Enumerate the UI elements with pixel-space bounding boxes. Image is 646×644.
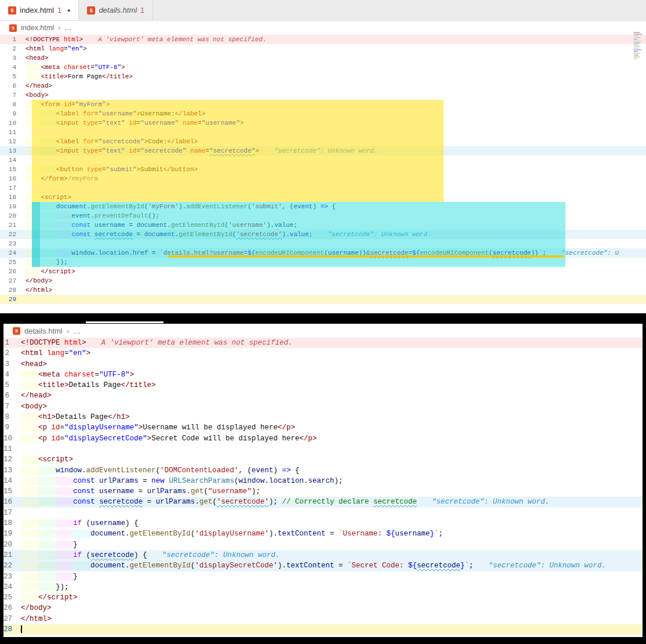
line-number: 11 xyxy=(3,444,21,454)
code-line-15[interactable]: 15 <button type="submit">Submit</button> xyxy=(0,165,646,174)
code-line-9[interactable]: 9 <label for="username">Username:</label… xyxy=(0,109,646,118)
minimap-line xyxy=(634,37,641,38)
code-line-11[interactable]: 11 xyxy=(0,128,646,137)
breadcrumb-file[interactable]: index.html xyxy=(21,24,54,32)
code-line-3[interactable]: 3<head> xyxy=(3,359,643,370)
code-line-28[interactable]: 28 xyxy=(3,624,643,635)
breadcrumb-more[interactable]: … xyxy=(73,327,81,335)
code-line-6[interactable]: 6</head> xyxy=(0,81,646,91)
line-number: 19 xyxy=(0,202,26,211)
code-line-14[interactable]: 14 const urlParams = new URLSearchParams… xyxy=(3,476,643,486)
minimap-line xyxy=(634,48,639,49)
line-number: 8 xyxy=(0,100,26,109)
code-line-25[interactable]: 25 </script> xyxy=(3,592,643,603)
code-line-14[interactable]: 14 xyxy=(0,155,646,165)
code-line-7[interactable]: 7<body> xyxy=(3,401,643,412)
html-file-icon: 5 xyxy=(8,6,16,15)
code-line-2[interactable]: 2<html lang="en"> xyxy=(3,348,643,359)
breadcrumb-top: 5 index.html › … xyxy=(0,21,646,35)
code-line-21[interactable]: 21 if (secretcode) {"secretcode": Unknow… xyxy=(3,550,643,560)
line-number: 27 xyxy=(3,614,21,624)
line-number: 23 xyxy=(3,571,21,582)
line-number: 11 xyxy=(0,128,26,137)
code-line-4[interactable]: 4 <meta charset="UTF-8"> xyxy=(0,63,646,72)
code-line-18[interactable]: 18 <script> xyxy=(0,193,646,202)
line-number: 5 xyxy=(0,72,26,81)
code-editor-details[interactable]: 1<!DOCTYPE html>A 'viewport' meta elemen… xyxy=(3,338,643,635)
code-line-21[interactable]: 21 const username = document.getElementB… xyxy=(0,220,646,230)
minimap-line xyxy=(634,35,638,37)
code-line-1[interactable]: 1<!DOCTYPE html>A 'viewport' meta elemen… xyxy=(3,338,643,348)
code-line-28[interactable]: 28</html> xyxy=(0,285,646,295)
code-line-8[interactable]: 8 <form id="myForm"> xyxy=(0,100,646,109)
code-line-23[interactable]: 23 xyxy=(0,239,646,248)
minimap-line xyxy=(634,51,638,52)
code-line-24[interactable]: 24 }); xyxy=(3,582,643,592)
tab-badge: 1 xyxy=(57,6,61,15)
tab-details-html[interactable]: 5 details.html 1 xyxy=(79,0,153,20)
code-line-19[interactable]: 19 document.getElementById('myForm').add… xyxy=(0,202,646,211)
line-number: 14 xyxy=(3,476,21,486)
editor-group-top: 5 index.html 1 ● 5 details.html 1 5 inde… xyxy=(0,0,646,313)
line-number: 16 xyxy=(3,497,21,507)
breadcrumb-file[interactable]: details.html xyxy=(24,327,63,335)
code-line-15[interactable]: 15 const username = urlParams.get("usern… xyxy=(3,486,643,497)
code-line-22[interactable]: 22 document.getElementById('displaySecre… xyxy=(3,560,643,571)
tab-index-html[interactable]: 5 index.html 1 ● xyxy=(0,0,79,20)
line-number: 25 xyxy=(3,592,21,603)
code-line-19[interactable]: 19 document.getElementById('displayUsern… xyxy=(3,529,643,539)
code-line-7[interactable]: 7<body> xyxy=(0,91,646,100)
code-line-9[interactable]: 9 <p id="displayUsername">Username will … xyxy=(3,422,643,433)
code-line-12[interactable]: 12 <script> xyxy=(3,454,643,465)
code-line-17[interactable]: 17 xyxy=(3,508,643,518)
code-line-24[interactable]: 24 window.location.href = `details.html?… xyxy=(0,248,646,258)
code-line-16[interactable]: 16 const secretcode = urlParams.get('sec… xyxy=(3,497,643,507)
code-line-13[interactable]: 13 <input type="text" id="secretcode" na… xyxy=(0,146,646,155)
cursor-caret xyxy=(21,625,22,633)
line-number: 15 xyxy=(3,486,21,497)
line-number: 28 xyxy=(0,285,26,295)
code-line-10[interactable]: 10 <p id="displaySecretCode">Secret Code… xyxy=(3,433,643,444)
line-number: 16 xyxy=(0,174,26,183)
code-line-8[interactable]: 8 <h1>Details Page</h1> xyxy=(3,412,643,422)
code-line-23[interactable]: 23 } xyxy=(3,571,643,582)
minimap-line xyxy=(634,34,642,35)
code-line-12[interactable]: 12 <label for="secretcode">Code:</label> xyxy=(0,137,646,146)
code-line-27[interactable]: 27</body> xyxy=(0,276,646,285)
code-line-17[interactable]: 17 xyxy=(0,183,646,193)
code-line-20[interactable]: 20 event.preventDefault(); xyxy=(0,211,646,220)
code-line-18[interactable]: 18 if (username) { xyxy=(3,518,643,529)
code-line-27[interactable]: 27</html> xyxy=(3,614,643,624)
code-line-3[interactable]: 3<head> xyxy=(0,53,646,63)
editor-window-details: 5 details.html › … 1<!DOCTYPE html>A 'vi… xyxy=(3,324,643,637)
code-line-5[interactable]: 5 <title>Details Page</title> xyxy=(3,380,643,390)
code-line-2[interactable]: 2<html lang="en"> xyxy=(0,44,646,53)
code-line-25[interactable]: 25 }); xyxy=(0,258,646,267)
minimap[interactable] xyxy=(634,32,644,85)
tab-bar: 5 index.html 1 ● 5 details.html 1 xyxy=(0,0,646,21)
code-line-22[interactable]: 22 const secretcode = document.getElemen… xyxy=(0,230,646,239)
minimap-line xyxy=(634,58,637,59)
line-number: 20 xyxy=(3,540,21,550)
breadcrumb-more[interactable]: … xyxy=(64,24,72,32)
code-line-13[interactable]: 13 window.addEventListener('DOMContentLo… xyxy=(3,465,643,476)
line-number: 22 xyxy=(0,230,26,239)
code-line-29[interactable]: 29 xyxy=(0,295,646,304)
code-editor-index[interactable]: 1<!DOCTYPE html>A 'viewport' meta elemen… xyxy=(0,35,646,304)
line-number: 8 xyxy=(3,412,21,422)
code-line-20[interactable]: 20 } xyxy=(3,540,643,550)
minimap-line xyxy=(634,55,638,56)
code-line-5[interactable]: 5 <title>Form Page</title> xyxy=(0,72,646,81)
tab-underline-decoration xyxy=(86,321,164,323)
code-line-11[interactable]: 11 xyxy=(3,444,643,454)
code-line-1[interactable]: 1<!DOCTYPE html>A 'viewport' meta elemen… xyxy=(0,35,646,44)
code-line-6[interactable]: 6</head> xyxy=(3,390,643,401)
code-line-16[interactable]: 16 </form>/#myForm xyxy=(0,174,646,183)
html-file-icon: 5 xyxy=(13,327,20,335)
line-number: 7 xyxy=(3,401,21,412)
code-line-4[interactable]: 4 <meta charset="UTF-8"> xyxy=(3,370,643,380)
code-line-26[interactable]: 26</body> xyxy=(3,603,643,613)
code-line-10[interactable]: 10 <input type="text" id="username" name… xyxy=(0,118,646,128)
code-line-26[interactable]: 26 </script> xyxy=(0,267,646,276)
line-number: 2 xyxy=(0,44,26,53)
